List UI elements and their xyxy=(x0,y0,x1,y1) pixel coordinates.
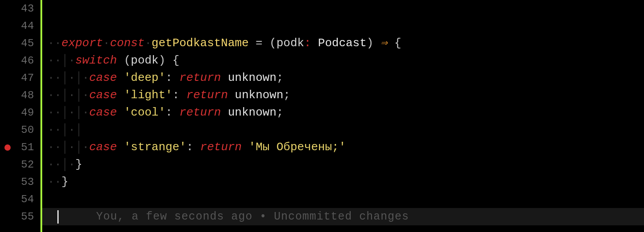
keyword-case: case xyxy=(89,69,117,87)
string-literal: 'deep' xyxy=(124,69,166,87)
code-line[interactable] xyxy=(42,191,644,208)
string-literal: 'strange' xyxy=(124,139,186,156)
line-number: 46 xyxy=(0,53,37,69)
code-area[interactable]: ··export·const·getPodkastName = (podk: P… xyxy=(42,0,644,232)
keyword-switch: switch xyxy=(75,52,117,69)
parameter: podk xyxy=(276,35,304,52)
keyword-return: return xyxy=(180,69,221,87)
identifier: unknown xyxy=(228,104,276,121)
line-number: 54 xyxy=(0,192,37,208)
code-line[interactable]: ··│·│ xyxy=(42,121,644,139)
code-line[interactable]: ··│·│·case 'strange': return 'Мы Обречен… xyxy=(42,139,644,156)
code-line[interactable]: ··│·│·case 'cool': return unknown; xyxy=(42,104,644,121)
code-line[interactable]: ··export·const·getPodkastName = (podk: P… xyxy=(42,35,644,52)
identifier: unknown xyxy=(235,87,283,104)
git-blame-annotation: You, a few seconds ago • Uncommitted cha… xyxy=(96,208,409,225)
code-line[interactable] xyxy=(42,17,644,35)
gutter: 43 44 45 46 47 48 49 50 51 52 53 54 55 xyxy=(0,0,42,232)
code-line[interactable]: ··│·│·case 'deep': return unknown; xyxy=(42,69,644,87)
keyword-return: return xyxy=(180,104,221,121)
identifier: unknown xyxy=(228,69,276,87)
type-name: Podcast xyxy=(318,35,367,52)
line-number: 47 xyxy=(0,70,37,86)
code-line[interactable]: ··} xyxy=(42,173,644,191)
string-literal: 'light' xyxy=(124,87,172,104)
arrow-operator: ⇒ xyxy=(380,35,388,52)
text-cursor xyxy=(57,210,59,224)
line-number: 48 xyxy=(0,88,37,104)
code-editor[interactable]: 43 44 45 46 47 48 49 50 51 52 53 54 55 ·… xyxy=(0,0,644,232)
line-number: 52 xyxy=(0,157,37,173)
code-line[interactable]: ··│·switch (podk) { xyxy=(42,52,644,69)
function-name: getPodkastName xyxy=(152,35,248,52)
code-line[interactable]: ··│·} xyxy=(42,156,644,173)
line-number: 50 xyxy=(0,122,37,138)
line-number: 45 xyxy=(0,36,37,52)
code-line[interactable]: ··│·│·case 'light': return unknown; xyxy=(42,87,644,104)
string-literal: 'cool' xyxy=(124,104,166,121)
line-number: 49 xyxy=(0,105,37,121)
keyword-export: export xyxy=(61,35,103,52)
code-line[interactable] xyxy=(42,0,644,17)
line-number: 53 xyxy=(0,174,37,190)
code-line-current[interactable]: You, a few seconds ago • Uncommitted cha… xyxy=(42,208,644,225)
keyword-case: case xyxy=(89,104,117,121)
keyword-const: const xyxy=(110,35,144,52)
line-number: 44 xyxy=(0,18,37,34)
breakpoint-icon[interactable] xyxy=(4,144,11,151)
keyword-case: case xyxy=(89,139,117,156)
keyword-return: return xyxy=(186,87,228,104)
line-number: 43 xyxy=(0,1,37,17)
keyword-case: case xyxy=(89,87,117,104)
string-literal: 'Мы Обречены;' xyxy=(249,139,346,156)
line-number: 55 xyxy=(0,209,37,225)
keyword-return: return xyxy=(200,139,242,156)
